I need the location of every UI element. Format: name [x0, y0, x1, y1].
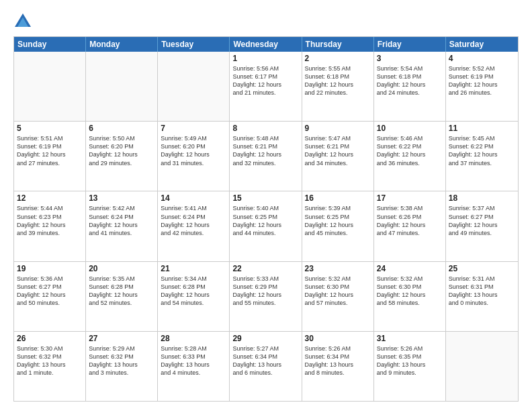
day-number: 26 — [17, 334, 83, 343]
day-info: Sunrise: 5:41 AM Sunset: 6:24 PM Dayligh… — [161, 204, 226, 237]
week-row-2: 12Sunrise: 5:44 AM Sunset: 6:23 PM Dayli… — [14, 191, 518, 261]
day-cell-12: 12Sunrise: 5:44 AM Sunset: 6:23 PM Dayli… — [14, 191, 86, 261]
day-cell-1: 1Sunrise: 5:56 AM Sunset: 6:17 PM Daylig… — [230, 52, 302, 121]
day-number: 20 — [89, 264, 154, 273]
day-info: Sunrise: 5:50 AM Sunset: 6:20 PM Dayligh… — [89, 134, 154, 167]
page: SundayMondayTuesdayWednesdayThursdayFrid… — [0, 0, 532, 411]
day-info: Sunrise: 5:44 AM Sunset: 6:23 PM Dayligh… — [17, 204, 83, 237]
calendar: SundayMondayTuesdayWednesdayThursdayFrid… — [13, 36, 519, 402]
col-header-tuesday: Tuesday — [158, 37, 230, 52]
day-info: Sunrise: 5:52 AM Sunset: 6:19 PM Dayligh… — [449, 64, 515, 97]
day-number: 8 — [232, 124, 298, 133]
day-info: Sunrise: 5:38 AM Sunset: 6:26 PM Dayligh… — [377, 204, 443, 237]
day-info: Sunrise: 5:40 AM Sunset: 6:25 PM Dayligh… — [232, 204, 298, 237]
day-number: 29 — [232, 334, 298, 343]
day-number: 7 — [161, 124, 226, 133]
day-number: 27 — [89, 334, 154, 343]
day-cell-21: 21Sunrise: 5:34 AM Sunset: 6:28 PM Dayli… — [158, 262, 230, 331]
empty-cell-0-1 — [86, 52, 158, 121]
day-number: 11 — [449, 124, 515, 133]
day-cell-16: 16Sunrise: 5:39 AM Sunset: 6:25 PM Dayli… — [302, 191, 374, 261]
day-number: 9 — [305, 124, 371, 133]
day-number: 19 — [17, 264, 83, 273]
day-cell-2: 2Sunrise: 5:55 AM Sunset: 6:18 PM Daylig… — [302, 52, 374, 121]
day-cell-30: 30Sunrise: 5:26 AM Sunset: 6:34 PM Dayli… — [302, 332, 374, 401]
empty-cell-0-0 — [14, 52, 86, 121]
day-cell-7: 7Sunrise: 5:49 AM Sunset: 6:20 PM Daylig… — [158, 122, 230, 191]
day-info: Sunrise: 5:31 AM Sunset: 6:31 PM Dayligh… — [449, 275, 515, 308]
empty-cell-0-2 — [158, 52, 230, 121]
day-info: Sunrise: 5:49 AM Sunset: 6:20 PM Dayligh… — [161, 134, 226, 167]
day-info: Sunrise: 5:39 AM Sunset: 6:25 PM Dayligh… — [305, 204, 371, 237]
day-info: Sunrise: 5:26 AM Sunset: 6:35 PM Dayligh… — [377, 345, 443, 377]
day-cell-24: 24Sunrise: 5:32 AM Sunset: 6:30 PM Dayli… — [374, 262, 446, 331]
day-number: 24 — [377, 264, 443, 273]
day-info: Sunrise: 5:51 AM Sunset: 6:19 PM Dayligh… — [17, 134, 83, 167]
day-info: Sunrise: 5:45 AM Sunset: 6:22 PM Dayligh… — [449, 134, 515, 167]
day-cell-31: 31Sunrise: 5:26 AM Sunset: 6:35 PM Dayli… — [374, 332, 446, 401]
day-cell-11: 11Sunrise: 5:45 AM Sunset: 6:22 PM Dayli… — [446, 122, 518, 191]
day-cell-14: 14Sunrise: 5:41 AM Sunset: 6:24 PM Dayli… — [158, 191, 230, 261]
week-row-1: 5Sunrise: 5:51 AM Sunset: 6:19 PM Daylig… — [14, 121, 518, 191]
week-row-3: 19Sunrise: 5:36 AM Sunset: 6:27 PM Dayli… — [14, 261, 518, 331]
day-number: 14 — [161, 193, 226, 203]
day-number: 21 — [161, 264, 226, 273]
col-header-monday: Monday — [86, 37, 158, 52]
week-row-0: 1Sunrise: 5:56 AM Sunset: 6:17 PM Daylig… — [14, 52, 518, 121]
day-number: 15 — [232, 193, 298, 203]
day-info: Sunrise: 5:56 AM Sunset: 6:17 PM Dayligh… — [232, 64, 298, 97]
day-number: 6 — [89, 124, 154, 133]
day-info: Sunrise: 5:37 AM Sunset: 6:27 PM Dayligh… — [449, 204, 515, 237]
logo-icon — [13, 12, 32, 31]
col-header-wednesday: Wednesday — [230, 37, 302, 52]
day-cell-28: 28Sunrise: 5:28 AM Sunset: 6:33 PM Dayli… — [158, 332, 230, 401]
day-number: 16 — [305, 193, 371, 203]
day-number: 5 — [17, 124, 83, 133]
day-number: 31 — [377, 334, 443, 343]
day-info: Sunrise: 5:32 AM Sunset: 6:30 PM Dayligh… — [305, 275, 371, 308]
empty-cell-4-6 — [446, 332, 518, 401]
day-info: Sunrise: 5:29 AM Sunset: 6:32 PM Dayligh… — [89, 345, 154, 377]
day-number: 17 — [377, 193, 443, 203]
day-cell-4: 4Sunrise: 5:52 AM Sunset: 6:19 PM Daylig… — [446, 52, 518, 121]
day-info: Sunrise: 5:28 AM Sunset: 6:33 PM Dayligh… — [161, 345, 226, 377]
day-cell-13: 13Sunrise: 5:42 AM Sunset: 6:24 PM Dayli… — [86, 191, 158, 261]
day-number: 30 — [305, 334, 371, 343]
header — [13, 12, 519, 31]
col-header-sunday: Sunday — [14, 37, 86, 52]
day-number: 25 — [449, 264, 515, 273]
day-info: Sunrise: 5:48 AM Sunset: 6:21 PM Dayligh… — [232, 134, 298, 167]
day-info: Sunrise: 5:35 AM Sunset: 6:28 PM Dayligh… — [89, 275, 154, 308]
day-number: 28 — [161, 334, 226, 343]
day-number: 12 — [17, 193, 83, 203]
day-cell-20: 20Sunrise: 5:35 AM Sunset: 6:28 PM Dayli… — [86, 262, 158, 331]
day-info: Sunrise: 5:34 AM Sunset: 6:28 PM Dayligh… — [161, 275, 226, 308]
day-number: 2 — [305, 54, 371, 63]
day-info: Sunrise: 5:36 AM Sunset: 6:27 PM Dayligh… — [17, 275, 83, 308]
day-cell-3: 3Sunrise: 5:54 AM Sunset: 6:18 PM Daylig… — [374, 52, 446, 121]
day-cell-6: 6Sunrise: 5:50 AM Sunset: 6:20 PM Daylig… — [86, 122, 158, 191]
day-cell-27: 27Sunrise: 5:29 AM Sunset: 6:32 PM Dayli… — [86, 332, 158, 401]
day-cell-8: 8Sunrise: 5:48 AM Sunset: 6:21 PM Daylig… — [230, 122, 302, 191]
day-cell-17: 17Sunrise: 5:38 AM Sunset: 6:26 PM Dayli… — [374, 191, 446, 261]
day-cell-18: 18Sunrise: 5:37 AM Sunset: 6:27 PM Dayli… — [446, 191, 518, 261]
day-number: 1 — [232, 54, 298, 63]
day-info: Sunrise: 5:27 AM Sunset: 6:34 PM Dayligh… — [232, 345, 298, 377]
day-cell-19: 19Sunrise: 5:36 AM Sunset: 6:27 PM Dayli… — [14, 262, 86, 331]
day-info: Sunrise: 5:46 AM Sunset: 6:22 PM Dayligh… — [377, 134, 443, 167]
day-cell-26: 26Sunrise: 5:30 AM Sunset: 6:32 PM Dayli… — [14, 332, 86, 401]
day-info: Sunrise: 5:30 AM Sunset: 6:32 PM Dayligh… — [17, 345, 83, 377]
day-number: 13 — [89, 193, 154, 203]
day-info: Sunrise: 5:54 AM Sunset: 6:18 PM Dayligh… — [377, 64, 443, 97]
day-cell-9: 9Sunrise: 5:47 AM Sunset: 6:21 PM Daylig… — [302, 122, 374, 191]
logo — [13, 12, 35, 31]
day-cell-22: 22Sunrise: 5:33 AM Sunset: 6:29 PM Dayli… — [230, 262, 302, 331]
day-number: 4 — [449, 54, 515, 63]
day-cell-25: 25Sunrise: 5:31 AM Sunset: 6:31 PM Dayli… — [446, 262, 518, 331]
day-cell-23: 23Sunrise: 5:32 AM Sunset: 6:30 PM Dayli… — [302, 262, 374, 331]
day-number: 10 — [377, 124, 443, 133]
col-header-saturday: Saturday — [446, 37, 518, 52]
day-number: 23 — [305, 264, 371, 273]
day-info: Sunrise: 5:42 AM Sunset: 6:24 PM Dayligh… — [89, 204, 154, 237]
day-info: Sunrise: 5:26 AM Sunset: 6:34 PM Dayligh… — [305, 345, 371, 377]
